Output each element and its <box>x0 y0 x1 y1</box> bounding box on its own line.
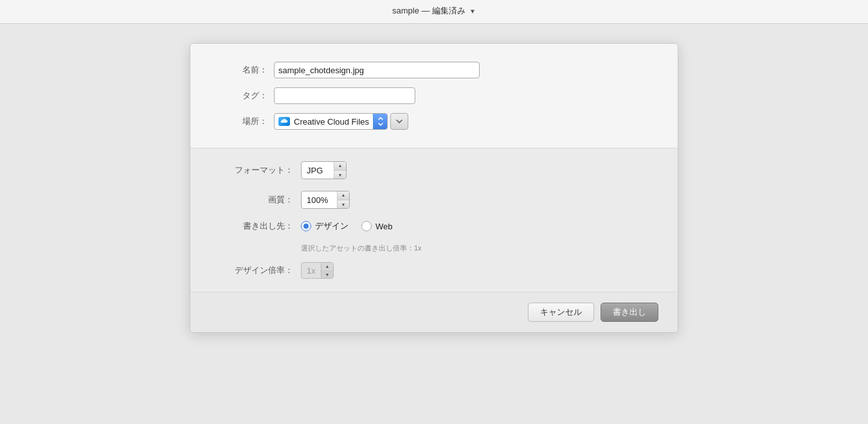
quality-stepper-up[interactable]: ▲ <box>338 191 349 200</box>
radio-web-circle <box>361 221 372 231</box>
radio-web-label: Web <box>375 222 393 231</box>
export-target-label: 書き出し先： <box>216 220 293 232</box>
location-row: 場所： Creative Cloud Files <box>216 113 652 130</box>
format-select[interactable]: JPG ▲ ▼ <box>301 161 347 179</box>
radio-web-option[interactable]: Web <box>361 221 393 231</box>
quality-select[interactable]: 100% ▲ ▼ <box>301 191 350 209</box>
quality-row: 画質： 100% ▲ ▼ <box>216 191 652 209</box>
location-wrapper: Creative Cloud Files <box>274 113 408 130</box>
title-bar: sample — 編集済み ▼ <box>0 0 868 24</box>
scale-stepper-up[interactable]: ▲ <box>321 262 333 271</box>
export-dialog: 名前： タグ： 場所： Creative Cloud Fil <box>190 43 678 333</box>
name-row: 名前： <box>216 62 652 78</box>
radio-design-dot <box>303 224 309 229</box>
format-stepper-up[interactable]: ▲ <box>334 161 346 171</box>
location-select-container[interactable]: Creative Cloud Files <box>274 113 388 130</box>
tag-row: タグ： <box>216 87 652 104</box>
location-select-inner: Creative Cloud Files <box>275 117 373 127</box>
title-chevron-icon[interactable]: ▼ <box>469 8 476 15</box>
scale-stepper-down[interactable]: ▼ <box>321 271 333 279</box>
dialog-bottom-section: キャンセル 書き出し <box>190 292 678 332</box>
name-label: 名前： <box>216 64 267 76</box>
quality-stepper-down[interactable]: ▼ <box>338 200 349 209</box>
export-target-row: 書き出し先： デザイン Web <box>216 220 652 232</box>
tag-label: タグ： <box>216 90 267 102</box>
tag-input[interactable] <box>274 87 415 104</box>
dialog-top-section: 名前： タグ： 場所： Creative Cloud Fil <box>190 44 678 148</box>
format-row: フォーマット： JPG ▲ ▼ <box>216 161 652 179</box>
quality-label: 画質： <box>216 194 293 206</box>
radio-design-option[interactable]: デザイン <box>301 220 348 232</box>
quality-stepper[interactable]: ▲ ▼ <box>337 191 349 209</box>
scale-row: デザイン倍率： 1x ▲ ▼ <box>216 262 652 279</box>
format-stepper-down[interactable]: ▼ <box>334 171 346 180</box>
radio-design-label: デザイン <box>315 220 348 232</box>
format-value: JPG <box>302 166 334 175</box>
scale-stepper[interactable]: ▲ ▼ <box>321 262 333 279</box>
export-target-radio-group: デザイン Web <box>301 220 393 232</box>
radio-design-circle <box>301 221 311 231</box>
cancel-button[interactable]: キャンセル <box>528 303 594 322</box>
location-label: 場所： <box>216 116 267 127</box>
format-label: フォーマット： <box>216 164 293 176</box>
dialog-middle-section: フォーマット： JPG ▲ ▼ 画質： 100% ▲ ▼ 書き出し先： <box>190 148 678 292</box>
name-input[interactable] <box>274 62 480 78</box>
hint-text: 選択したアセットの書き出し倍率：1x <box>301 243 652 253</box>
location-stepper-button[interactable] <box>373 113 387 130</box>
export-button[interactable]: 書き出し <box>601 303 658 322</box>
location-text: Creative Cloud Files <box>294 117 369 127</box>
location-dropdown-button[interactable] <box>390 113 408 130</box>
scale-label: デザイン倍率： <box>216 265 293 276</box>
quality-value: 100% <box>302 195 337 205</box>
scale-input-container[interactable]: 1x ▲ ▼ <box>301 262 334 279</box>
format-stepper[interactable]: ▲ ▼ <box>334 161 346 179</box>
cloud-icon <box>278 117 290 126</box>
scale-value: 1x <box>302 266 321 276</box>
window-title: sample — 編集済み <box>392 5 466 17</box>
